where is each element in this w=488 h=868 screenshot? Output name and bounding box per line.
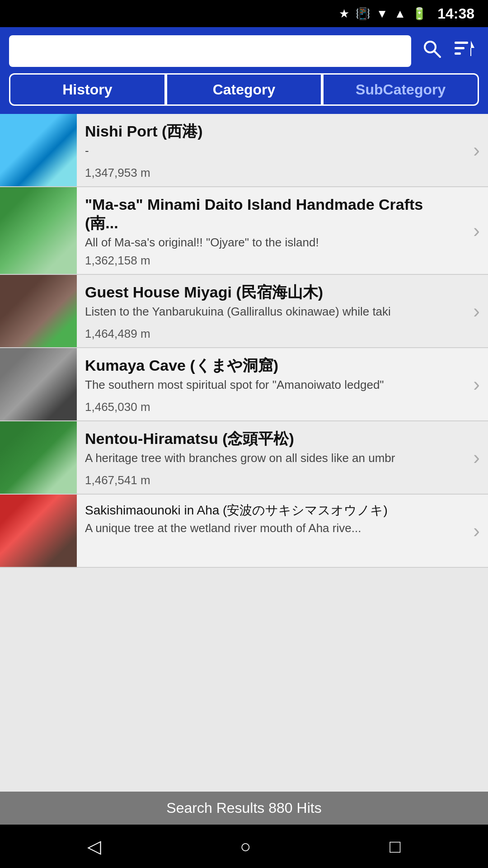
- item-description: A heritage tree with branches grow on al…: [85, 451, 458, 470]
- results-list: Nishi Port (西港) - 1,347,953 m › "Ma-sa" …: [0, 114, 488, 792]
- list-item[interactable]: "Ma-sa" Minami Daito Island Handmade Cra…: [0, 187, 488, 275]
- home-icon[interactable]: ○: [240, 836, 251, 857]
- top-bar: [0, 27, 488, 73]
- back-icon[interactable]: ◁: [87, 836, 101, 857]
- list-item[interactable]: Nishi Port (西港) - 1,347,953 m ›: [0, 114, 488, 187]
- list-item[interactable]: Kumaya Cave (くまや洞窟) The southern most sp…: [0, 348, 488, 421]
- svg-line-1: [434, 51, 440, 57]
- search-icon[interactable]: [418, 37, 446, 65]
- item-distance: 1,467,541 m: [85, 473, 458, 487]
- chevron-right-icon: ›: [465, 114, 488, 186]
- item-image: [0, 275, 77, 347]
- item-title: Nentou-Hiramatsu (念頭平松): [85, 429, 458, 448]
- item-image: [0, 187, 77, 274]
- item-image: [0, 495, 77, 567]
- chevron-right-icon: ›: [465, 495, 488, 567]
- bluetooth-icon: ★: [339, 7, 349, 21]
- item-description: The southern most spiritual spot for "Am…: [85, 377, 458, 396]
- item-title: Kumaya Cave (くまや洞窟): [85, 356, 458, 375]
- svg-rect-3: [455, 47, 465, 49]
- top-bar-actions: [418, 37, 479, 65]
- chevron-right-icon: ›: [465, 348, 488, 420]
- item-description: A unique tree at the wetland river mouth…: [85, 521, 458, 561]
- chevron-right-icon: ›: [465, 421, 488, 494]
- item-title: "Ma-sa" Minami Daito Island Handmade Cra…: [85, 195, 458, 232]
- item-title: Sakishimaounoki in Aha (安波のサキシマスオウノキ): [85, 503, 458, 518]
- tab-category-label: Category: [213, 81, 276, 98]
- item-image: [0, 114, 77, 186]
- tab-subcategory-label: SubCategory: [356, 81, 446, 98]
- svg-rect-2: [455, 42, 468, 44]
- svg-rect-6: [470, 48, 471, 56]
- item-title: Guest House Miyagi (民宿海山木): [85, 283, 458, 302]
- chevron-right-icon: ›: [465, 275, 488, 347]
- item-distance: 1,347,953 m: [85, 166, 458, 180]
- item-image: [0, 348, 77, 420]
- wifi-icon: ▼: [376, 7, 388, 21]
- status-time: 14:38: [437, 5, 474, 22]
- search-bar[interactable]: [9, 35, 411, 67]
- chevron-right-icon: ›: [465, 187, 488, 274]
- search-input[interactable]: [17, 43, 403, 59]
- svg-rect-4: [455, 52, 461, 55]
- battery-icon: 🔋: [412, 7, 427, 21]
- item-distance: 1,465,030 m: [85, 400, 458, 414]
- item-content: "Ma-sa" Minami Daito Island Handmade Cra…: [77, 187, 465, 274]
- status-icons: ★ 📳 ▼ ▲ 🔋 14:38: [339, 5, 474, 22]
- item-content: Nentou-Hiramatsu (念頭平松) A heritage tree …: [77, 421, 465, 494]
- list-item[interactable]: Nentou-Hiramatsu (念頭平松) A heritage tree …: [0, 421, 488, 495]
- recent-icon[interactable]: □: [389, 836, 400, 857]
- tab-category[interactable]: Category: [166, 73, 323, 106]
- sort-icon[interactable]: [450, 37, 479, 65]
- item-content: Kumaya Cave (くまや洞窟) The southern most sp…: [77, 348, 465, 420]
- item-distance: 1,362,158 m: [85, 254, 458, 268]
- tab-subcategory[interactable]: SubCategory: [322, 73, 479, 106]
- search-results-label: Search Results 880 Hits: [166, 800, 321, 816]
- status-bar: ★ 📳 ▼ ▲ 🔋 14:38: [0, 0, 488, 27]
- item-image: [0, 421, 77, 494]
- item-description: Listen to the Yanbarukuina (Gallirallus …: [85, 304, 458, 323]
- filter-tabs: History Category SubCategory: [0, 73, 488, 114]
- item-description: All of Ma-sa's original!! "Ojyare" to th…: [85, 235, 458, 250]
- vibrate-icon: 📳: [356, 7, 370, 21]
- list-item[interactable]: Guest House Miyagi (民宿海山木) Listen to the…: [0, 275, 488, 348]
- nav-bar: ◁ ○ □: [0, 825, 488, 868]
- item-distance: 1,464,489 m: [85, 327, 458, 341]
- tab-history-label: History: [62, 81, 112, 98]
- tab-history[interactable]: History: [9, 73, 166, 106]
- search-results-bar: Search Results 880 Hits: [0, 792, 488, 825]
- item-title: Nishi Port (西港): [85, 122, 458, 141]
- item-content: Nishi Port (西港) - 1,347,953 m: [77, 114, 465, 186]
- item-description: -: [85, 143, 458, 162]
- svg-marker-5: [471, 41, 474, 48]
- item-content: Sakishimaounoki in Aha (安波のサキシマスオウノキ) A …: [77, 495, 465, 567]
- list-item[interactable]: Sakishimaounoki in Aha (安波のサキシマスオウノキ) A …: [0, 495, 488, 568]
- signal-icon: ▲: [394, 7, 406, 21]
- item-content: Guest House Miyagi (民宿海山木) Listen to the…: [77, 275, 465, 347]
